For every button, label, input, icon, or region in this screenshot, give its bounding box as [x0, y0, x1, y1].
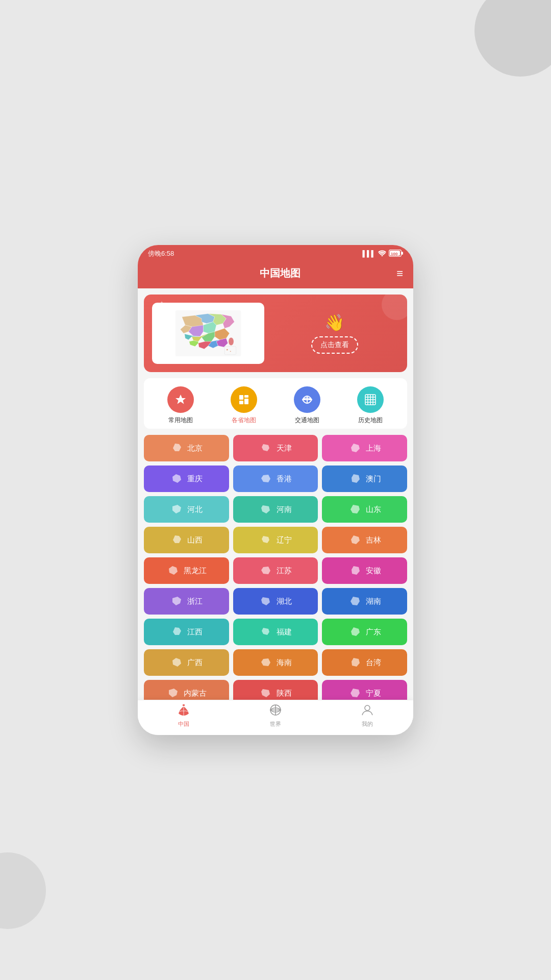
world-nav-icon: [269, 704, 282, 719]
category-transport[interactable]: 交通地图: [294, 386, 320, 425]
page-title: 中国地图: [163, 266, 396, 280]
world-nav-label: 世界: [270, 720, 281, 728]
hand-wave-icon: 👋: [324, 313, 345, 332]
province-btn-澳门[interactable]: 澳门: [322, 465, 407, 492]
svg-marker-24: [176, 395, 186, 404]
province-name: 天津: [277, 444, 292, 453]
click-to-view-button[interactable]: 点击查看: [311, 336, 358, 354]
province-name: 澳门: [366, 474, 381, 484]
province-btn-广西[interactable]: 广西: [144, 649, 229, 676]
province-btn-湖北[interactable]: 湖北: [233, 588, 318, 615]
svg-rect-38: [183, 704, 185, 706]
province-name: 山西: [187, 535, 203, 545]
province-name: 上海: [366, 444, 381, 453]
province-btn-湖南[interactable]: 湖南: [322, 588, 407, 615]
menu-button[interactable]: ≡: [396, 268, 403, 279]
province-btn-山东[interactable]: 山东: [322, 496, 407, 523]
province-btn-黑龙江[interactable]: 黑龙江: [144, 557, 229, 584]
status-bar: 傍晚6:58 ▌▌▌ 100: [138, 245, 413, 261]
status-time: 傍晚6:58: [148, 249, 174, 258]
mine-nav-label: 我的: [362, 720, 373, 728]
svg-text:100: 100: [391, 252, 398, 256]
wifi-icon: [378, 250, 386, 258]
province-name: 广西: [187, 658, 203, 668]
province-name: 内蒙古: [184, 689, 207, 698]
category-province[interactable]: 各省地图: [231, 386, 257, 425]
province-btn-福建[interactable]: 福建: [233, 619, 318, 645]
province-name: 辽宁: [277, 535, 292, 545]
svg-point-20: [229, 337, 234, 345]
province-btn-天津[interactable]: 天津: [233, 435, 318, 461]
province-name: 山东: [366, 505, 381, 514]
province-btn-广东[interactable]: 广东: [322, 619, 407, 645]
app-header: 中国地图 ≡: [138, 261, 413, 288]
province-map-icon: [231, 386, 257, 413]
province-name: 河南: [277, 505, 292, 514]
province-name: 湖南: [366, 597, 381, 606]
province-btn-河北[interactable]: 河北: [144, 496, 229, 523]
province-btn-上海[interactable]: 上海: [322, 435, 407, 461]
banner-map-preview[interactable]: [152, 303, 264, 364]
svg-rect-25: [239, 395, 243, 400]
province-btn-浙江[interactable]: 浙江: [144, 588, 229, 615]
province-btn-安徽[interactable]: 安徽: [322, 557, 407, 584]
svg-rect-26: [244, 395, 248, 398]
province-btn-江苏[interactable]: 江苏: [233, 557, 318, 584]
province-btn-香港[interactable]: 香港: [233, 465, 318, 492]
svg-rect-28: [239, 401, 243, 404]
province-btn-辽宁[interactable]: 辽宁: [233, 527, 318, 553]
history-map-icon: [357, 386, 384, 413]
svg-rect-27: [244, 399, 248, 404]
svg-point-42: [365, 705, 370, 710]
status-icons: ▌▌▌ 100: [362, 250, 403, 258]
banner-action[interactable]: 👋 点击查看: [270, 313, 399, 354]
mine-nav-icon: [361, 704, 374, 719]
province-name: 香港: [277, 474, 292, 484]
common-map-label: 常用地图: [168, 416, 193, 425]
province-btn-海南[interactable]: 海南: [233, 649, 318, 676]
history-map-label: 历史地图: [358, 416, 383, 425]
transport-map-icon: [294, 386, 320, 413]
china-nav-label: 中国: [178, 720, 189, 728]
province-name: 北京: [187, 444, 203, 453]
phone-frame: 傍晚6:58 ▌▌▌ 100: [138, 245, 413, 735]
province-name: 江西: [187, 627, 203, 637]
nav-china[interactable]: 中国: [138, 704, 230, 728]
nav-mine[interactable]: 我的: [321, 704, 413, 728]
province-btn-台湾[interactable]: 台湾: [322, 649, 407, 676]
nav-world[interactable]: 世界: [230, 704, 321, 728]
banner-section[interactable]: ✦ ✦ ✦ ✈: [144, 295, 407, 372]
battery-icon: 100: [389, 250, 403, 258]
province-name: 台湾: [366, 658, 381, 668]
svg-rect-1: [402, 252, 403, 255]
province-name: 安徽: [366, 566, 381, 576]
province-btn-北京[interactable]: 北京: [144, 435, 229, 461]
province-btn-重庆[interactable]: 重庆: [144, 465, 229, 492]
province-map-label: 各省地图: [232, 416, 256, 425]
province-name: 宁夏: [366, 689, 381, 698]
common-map-icon: [167, 386, 194, 413]
china-nav-icon: [177, 704, 190, 719]
china-map-svg: [167, 310, 249, 356]
category-section: 常用地图 各省地图: [144, 378, 407, 429]
bg-decoration-bottom: [0, 852, 46, 929]
svg-point-22: [227, 349, 228, 351]
province-btn-山西[interactable]: 山西: [144, 527, 229, 553]
province-name: 江苏: [277, 566, 292, 576]
province-btn-吉林[interactable]: 吉林: [322, 527, 407, 553]
province-name: 湖北: [277, 597, 292, 606]
province-name: 河北: [187, 505, 203, 514]
province-name: 海南: [277, 658, 292, 668]
province-name: 重庆: [187, 474, 203, 484]
province-name: 浙江: [187, 597, 203, 606]
category-common[interactable]: 常用地图: [167, 386, 194, 425]
province-name: 广东: [366, 627, 381, 637]
category-history[interactable]: 历史地图: [357, 386, 384, 425]
province-name: 陕西: [277, 689, 292, 698]
signal-icon: ▌▌▌: [362, 250, 375, 257]
svg-point-23: [230, 351, 231, 352]
province-name: 吉林: [366, 535, 381, 545]
province-btn-河南[interactable]: 河南: [233, 496, 318, 523]
province-grid: 北京 天津 上海 重庆 香港 澳门 河北 河南 山东 山西 辽宁 吉林 黑龙江 …: [138, 435, 413, 735]
province-btn-江西[interactable]: 江西: [144, 619, 229, 645]
